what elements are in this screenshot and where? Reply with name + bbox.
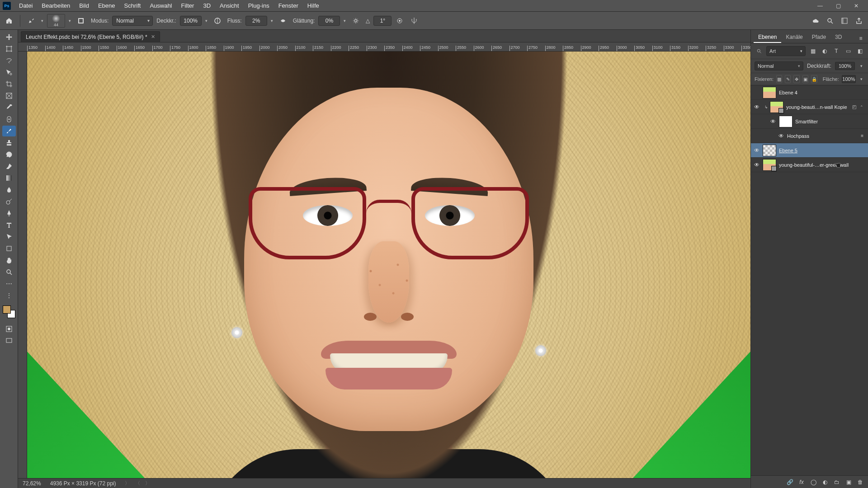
color-swatches[interactable]: [3, 305, 15, 318]
brush-settings-icon[interactable]: [75, 14, 87, 27]
share-icon[interactable]: [853, 14, 865, 27]
adjustment-layer-icon[interactable]: ◐: [820, 477, 830, 487]
layer-filter-select[interactable]: Art ▾: [766, 46, 806, 56]
selection-tool[interactable]: [2, 67, 16, 78]
chevron-down-icon[interactable]: ▾: [67, 19, 73, 23]
symmetry-icon[interactable]: [408, 14, 420, 27]
tool-preset-icon[interactable]: [25, 14, 38, 27]
artboard-tool[interactable]: [2, 43, 16, 54]
path-select-tool[interactable]: [2, 231, 16, 242]
history-brush-tool[interactable]: [2, 149, 16, 160]
lock-pixels-icon[interactable]: ▩: [776, 75, 782, 83]
pressure-opacity-icon[interactable]: [211, 14, 224, 27]
quickmask-icon[interactable]: [2, 324, 16, 334]
layer-name[interactable]: Smartfilter: [795, 119, 865, 124]
filter-smart-icon[interactable]: ◧: [855, 47, 864, 56]
filter-type-icon[interactable]: T: [832, 47, 841, 56]
layer-name[interactable]: Ebene 5: [779, 148, 865, 153]
brush-tool[interactable]: [2, 126, 16, 136]
menu-filter[interactable]: Filter: [177, 0, 199, 12]
hand-tool[interactable]: [2, 255, 16, 266]
layer-name[interactable]: Ebene 4: [779, 90, 865, 95]
chevron-down-icon[interactable]: ▾: [203, 19, 209, 23]
layer-thumbnail[interactable]: [763, 145, 776, 156]
eraser-tool[interactable]: [2, 161, 16, 172]
layer-name[interactable]: Hochpass: [787, 133, 859, 139]
move-tool[interactable]: [2, 32, 16, 42]
canvas-viewport[interactable]: [27, 52, 750, 478]
close-button[interactable]: ✕: [847, 0, 865, 12]
horizontal-ruler[interactable]: 1350140014501500155016001650170017501800…: [18, 42, 750, 52]
zoom-level[interactable]: 72,62%: [23, 480, 41, 487]
smartobject-icon[interactable]: ◰: [850, 104, 858, 109]
document-tab[interactable]: Leucht Effekt.psdc bei 72,6% (Ebene 5, R…: [21, 31, 160, 42]
gradient-tool[interactable]: [2, 173, 16, 183]
menu-bild[interactable]: Bild: [75, 0, 94, 12]
chevron-down-icon[interactable]: ▾: [859, 77, 864, 81]
opacity-input[interactable]: 100%: [180, 16, 202, 26]
filter-settings-icon[interactable]: ≡: [859, 133, 865, 138]
menu-ebene[interactable]: Ebene: [94, 0, 120, 12]
new-layer-icon[interactable]: ▣: [844, 477, 854, 487]
dodge-tool[interactable]: [2, 196, 16, 207]
delete-layer-icon[interactable]: 🗑: [855, 477, 865, 487]
home-icon[interactable]: [3, 14, 15, 27]
close-icon[interactable]: ✕: [151, 34, 155, 40]
layer-row[interactable]: 👁 Hochpass ≡: [751, 129, 868, 143]
smoothing-input[interactable]: 0%: [318, 16, 340, 26]
crop-tool[interactable]: [2, 79, 16, 89]
layer-row[interactable]: 👁 Smartfilter: [751, 114, 868, 129]
screenmode-icon[interactable]: [2, 335, 16, 346]
tab-paths[interactable]: Pfade: [807, 31, 830, 43]
menu-hilfe[interactable]: Hilfe: [303, 0, 324, 12]
stamp-tool[interactable]: [2, 137, 16, 148]
layer-thumbnail[interactable]: [763, 87, 776, 99]
pressure-size-icon[interactable]: [393, 14, 406, 27]
zoom-tool[interactable]: [2, 267, 16, 277]
blend-mode-select[interactable]: Normal: [112, 16, 153, 26]
layer-name[interactable]: young-beauti…n-wall Kopie: [786, 104, 850, 110]
document-info[interactable]: 4936 Px × 3319 Px (72 ppi): [50, 480, 116, 487]
tab-channels[interactable]: Kanäle: [781, 31, 807, 43]
blur-tool[interactable]: [2, 184, 16, 195]
search-icon[interactable]: [755, 47, 764, 56]
tab-layers[interactable]: Ebenen: [754, 31, 781, 43]
visibility-icon[interactable]: 👁: [751, 104, 763, 110]
menu-3d[interactable]: 3D: [198, 0, 215, 12]
layer-row[interactable]: 👁 Ebene 5: [751, 143, 868, 158]
smoothing-gear-icon[interactable]: [349, 14, 362, 27]
visibility-icon[interactable]: 👁: [751, 162, 763, 168]
tab-3d[interactable]: 3D: [830, 31, 846, 43]
filter-adjust-icon[interactable]: ◐: [820, 47, 829, 56]
maximize-button[interactable]: ▢: [829, 0, 847, 12]
layer-blend-select[interactable]: Normal: [755, 61, 803, 70]
brush-preset-picker[interactable]: 44: [47, 14, 65, 28]
chevron-down-icon[interactable]: ▾: [269, 19, 275, 23]
frame-tool[interactable]: [2, 90, 16, 101]
workspace-icon[interactable]: [838, 14, 851, 27]
menu-fenster[interactable]: Fenster: [274, 0, 303, 12]
foreground-color[interactable]: [3, 305, 11, 314]
menu-ansicht[interactable]: Ansicht: [215, 0, 244, 12]
cloud-icon[interactable]: [809, 14, 822, 27]
menu-datei[interactable]: Datei: [14, 0, 37, 12]
menu-schrift[interactable]: Schrift: [120, 0, 146, 12]
info-chevrons[interactable]: 〉 〈 〉: [125, 480, 151, 487]
more-tools-icon[interactable]: ⋯: [2, 278, 16, 289]
layer-opacity-input[interactable]: 100%: [835, 62, 855, 70]
layer-fx-icon[interactable]: fx: [797, 477, 807, 487]
lock-brush-icon[interactable]: ✎: [785, 75, 791, 83]
layer-row[interactable]: 👁 ↳ young-beauti…n-wall Kopie ◰ ⌃: [751, 100, 868, 114]
filter-image-icon[interactable]: ▦: [808, 47, 817, 56]
lasso-tool[interactable]: [2, 55, 16, 66]
airbrush-icon[interactable]: [277, 14, 289, 27]
minimize-button[interactable]: —: [811, 0, 829, 12]
menu-plug-ins[interactable]: Plug-ins: [244, 0, 274, 12]
search-icon[interactable]: [824, 14, 836, 27]
layer-mask-icon[interactable]: ◯: [808, 477, 818, 487]
pen-tool[interactable]: [2, 208, 16, 219]
layer-row[interactable]: 👁 young-beautiful-…er-green-wall ☚: [751, 158, 868, 172]
vertical-ruler[interactable]: [18, 52, 27, 478]
chevron-down-icon[interactable]: ▾: [39, 19, 45, 23]
new-group-icon[interactable]: 🗀: [832, 477, 842, 487]
